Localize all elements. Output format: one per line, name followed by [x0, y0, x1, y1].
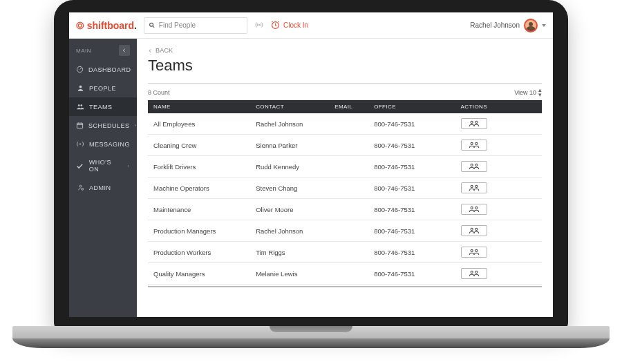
sidebar-item-label: SCHEDULES: [88, 122, 130, 129]
view-label: View 10: [514, 89, 536, 96]
svg-point-25: [471, 207, 473, 209]
clock-in-label: Clock In: [283, 21, 308, 29]
topbar: shiftboard. Clock In Rachel Johnson: [69, 12, 553, 39]
cell-email: [329, 199, 368, 220]
count-label: 8 Count: [148, 89, 170, 96]
svg-point-2: [150, 23, 153, 26]
chevron-left-icon: [122, 48, 127, 53]
cell-contact: Rachel Johnson: [250, 220, 329, 242]
sidebar-item-label: MESSAGING: [89, 141, 130, 148]
chevron-down-icon: [542, 24, 546, 27]
svg-point-0: [77, 22, 84, 29]
svg-point-27: [471, 228, 473, 230]
sidebar-item-schedules[interactable]: SCHEDULES ›: [69, 116, 137, 135]
svg-point-18: [475, 121, 477, 123]
team-action-button[interactable]: [461, 118, 487, 129]
back-label: BACK: [156, 47, 173, 54]
cell-office: 800-746-7531: [368, 113, 455, 135]
sidebar-item-messaging[interactable]: MESSAGING: [69, 135, 137, 153]
logo-text: shiftboard: [87, 20, 134, 31]
sidebar-item-whos-on[interactable]: WHO'S ON ›: [69, 153, 137, 178]
user-name: Rachel Johnson: [470, 21, 520, 29]
svg-point-17: [471, 121, 473, 123]
cell-name: Forklift Drivers: [148, 156, 250, 178]
col-header-name[interactable]: NAME: [148, 100, 250, 113]
table-row[interactable]: All EmployeesRachel Johnson800-746-7531: [148, 113, 542, 135]
cell-email: [329, 113, 368, 135]
team-action-button[interactable]: [461, 161, 487, 172]
cell-name: Maintenance: [148, 199, 250, 220]
avatar: [524, 19, 538, 32]
members-icon: [469, 163, 480, 170]
team-action-button[interactable]: [461, 268, 487, 279]
view-selector[interactable]: View 10 ▴▾: [514, 88, 542, 97]
laptop-frame: shiftboard. Clock In Rachel Johnson: [54, 0, 568, 331]
chevron-left-icon: [148, 48, 153, 53]
teams-icon: [76, 103, 84, 111]
main-content: BACK Teams 8 Count View 10 ▴▾: [137, 39, 553, 317]
cell-name: All Employees: [148, 113, 250, 135]
cell-actions: [455, 199, 542, 220]
table-row[interactable]: MaintenanceOliver Moore800-746-7531: [148, 199, 542, 220]
cell-office: 800-746-7531: [368, 199, 455, 220]
dashboard-icon: [76, 66, 84, 73]
page-title: Teams: [148, 57, 542, 75]
table-row[interactable]: Quality ManagersMelanie Lewis800-746-753…: [148, 263, 542, 285]
cell-email: [329, 242, 368, 263]
svg-point-23: [471, 185, 473, 187]
team-action-button[interactable]: [461, 247, 487, 258]
sidebar-item-admin[interactable]: ADMIN: [69, 178, 137, 197]
team-action-button[interactable]: [461, 140, 487, 151]
team-action-button[interactable]: [461, 182, 487, 193]
table-row[interactable]: Machine OperatorsSteven Chang800-746-753…: [148, 178, 542, 199]
cell-name: Cleaning Crew: [148, 135, 250, 156]
col-header-email[interactable]: EMAIL: [329, 100, 368, 113]
cell-contact: Tim Riggs: [250, 242, 329, 263]
cell-office: 800-746-7531: [368, 263, 455, 285]
cell-actions: [455, 135, 542, 156]
table-row[interactable]: Cleaning CrewSienna Parker800-746-7531: [148, 135, 542, 156]
col-header-contact[interactable]: CONTACT: [250, 100, 329, 113]
svg-point-15: [79, 185, 82, 187]
people-icon: [76, 84, 84, 92]
members-icon: [469, 249, 480, 256]
search-input[interactable]: [159, 21, 243, 29]
sidebar-item-teams[interactable]: TEAMS: [69, 97, 137, 116]
table-header-row: NAME CONTACT EMAIL OFFICE ACTIONS: [148, 100, 542, 113]
back-link[interactable]: BACK: [148, 47, 542, 54]
members-icon: [469, 120, 480, 127]
messaging-icon: [76, 140, 84, 148]
sidebar-item-dashboard[interactable]: DASHBOARD: [69, 60, 137, 79]
table-row[interactable]: Production WorkersTim Riggs800-746-7531: [148, 242, 542, 263]
cell-actions: [455, 242, 542, 263]
admin-icon: [76, 184, 84, 191]
chevron-right-icon: ›: [135, 122, 137, 128]
svg-point-8: [78, 104, 80, 106]
logo-icon: [76, 21, 84, 30]
cell-email: [329, 220, 368, 242]
broadcast-icon[interactable]: [254, 19, 264, 32]
col-header-office[interactable]: OFFICE: [368, 100, 455, 113]
sidebar-item-label: ADMIN: [89, 184, 111, 191]
cell-actions: [455, 263, 542, 285]
search-box[interactable]: [144, 17, 247, 34]
svg-point-22: [475, 164, 477, 166]
cell-actions: [455, 178, 542, 199]
table-row[interactable]: Production ManagersRachel Johnson800-746…: [148, 220, 542, 242]
schedules-icon: [76, 122, 84, 129]
cell-office: 800-746-7531: [368, 220, 455, 242]
logo-dot: .: [134, 20, 137, 31]
app: shiftboard. Clock In Rachel Johnson: [69, 12, 553, 317]
sidebar-collapse-button[interactable]: [119, 45, 130, 56]
sidebar-item-people[interactable]: PEOPLE: [69, 79, 137, 97]
cell-email: [329, 263, 368, 285]
team-action-button[interactable]: [461, 225, 487, 236]
cell-actions: [455, 220, 542, 242]
user-menu[interactable]: Rachel Johnson: [470, 19, 546, 32]
table-row[interactable]: Forklift DriversRudd Kennedy800-746-7531: [148, 156, 542, 178]
logo[interactable]: shiftboard.: [69, 20, 137, 31]
cell-actions: [455, 113, 542, 135]
clock-in-button[interactable]: Clock In: [271, 21, 308, 30]
team-action-button[interactable]: [461, 204, 487, 215]
chevron-right-icon: ›: [128, 163, 130, 169]
